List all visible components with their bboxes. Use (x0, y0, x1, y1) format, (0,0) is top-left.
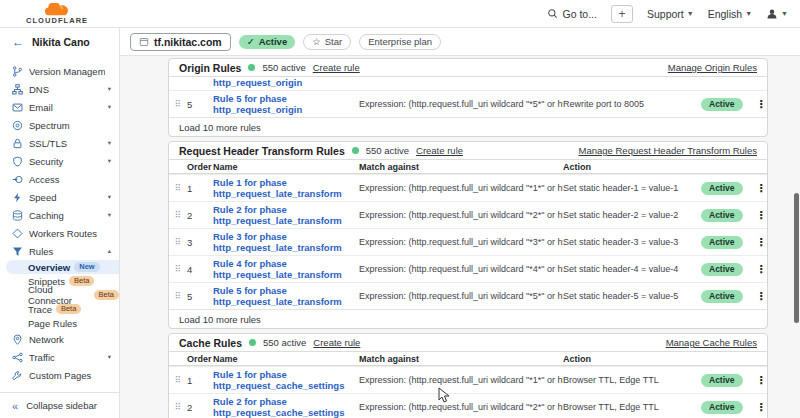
kebab-menu-icon[interactable]: ⋮ (753, 236, 768, 249)
green-status-dot (249, 339, 256, 346)
rht-header: Request Header Transform Rules 550 activ… (169, 142, 767, 160)
sidebar-item-rules[interactable]: Rules ▴ (0, 242, 119, 260)
plan-badge: Enterprise plan (359, 34, 441, 50)
kebab-menu-icon[interactable]: ⋮ (753, 401, 768, 414)
table-row: ⠿ 3 Rule 3 for phase http_request_late_t… (169, 228, 767, 255)
rule-action: Rewrite port to 8005 (563, 99, 701, 109)
rule-name-link[interactable]: Rule 5 for phase http_request_origin (213, 93, 359, 115)
spectrum-icon (12, 120, 23, 131)
cloudflare-logo-text: CLOUDFLARE (26, 17, 88, 25)
rule-expression: Expression: (http.request.full_uri wildc… (359, 264, 563, 274)
sidebar-item-caching[interactable]: Caching ▾ (0, 206, 119, 224)
rule-action: Set static header-4 = value-4 (563, 264, 701, 274)
rule-name-link[interactable]: Rule 5 for phase http_request_late_trans… (213, 285, 359, 307)
status-badge: Active (701, 263, 743, 276)
collapse-icon: « (12, 400, 18, 412)
support-menu[interactable]: Support ▼ (647, 8, 694, 20)
account-name: Nikita Cano (32, 36, 90, 48)
drag-handle-icon[interactable]: ⠿ (169, 375, 187, 385)
add-site-button[interactable]: + (611, 5, 633, 23)
rule-name-link[interactable]: Rule 2 for phase http_request_late_trans… (213, 204, 359, 226)
rule-action: Set static header-3 = value-3 (563, 237, 701, 247)
access-icon (12, 174, 23, 185)
table-row: ⠿ 4 Rule 4 for phase http_request_late_t… (169, 255, 767, 282)
status-badge: Active (701, 236, 743, 249)
sidebar-item-custom-pages[interactable]: Custom Pages (0, 366, 119, 384)
sidebar-item-network[interactable]: Network (0, 330, 119, 348)
origin-rules-header: Origin Rules 550 active Create rule Mana… (169, 59, 767, 77)
lock-icon (12, 138, 23, 149)
collapse-sidebar-button[interactable]: « Collapse sidebar (0, 392, 119, 418)
account-header: ← Nikita Cano (0, 28, 120, 56)
kebab-menu-icon[interactable]: ⋮ (753, 98, 768, 111)
kebab-menu-icon[interactable]: ⋮ (753, 374, 768, 387)
rule-action: Browser TTL, Edge TTL (563, 375, 701, 385)
database-icon (12, 210, 23, 221)
manage-rht-rules-link[interactable]: Manage Request Header Transform Rules (579, 145, 757, 156)
beta-badge: Beta (56, 304, 81, 314)
goto-search[interactable]: Go to... (547, 8, 597, 20)
sidebar-item-traffic[interactable]: Traffic ▾ (0, 348, 119, 366)
active-count: 550 active (263, 337, 306, 348)
active-count: 550 active (366, 145, 409, 156)
drag-handle-icon[interactable]: ⠿ (169, 264, 187, 274)
sidebar-item-speed[interactable]: Speed ▾ (0, 188, 119, 206)
sidebar-item-spectrum[interactable]: Spectrum (0, 116, 119, 134)
drag-handle-icon[interactable]: ⠿ (169, 237, 187, 247)
language-menu[interactable]: English ▼ (708, 8, 752, 20)
main-content: Origin Rules 550 active Create rule Mana… (120, 56, 800, 418)
rule-action: Set static header-1 = value-1 (563, 183, 701, 193)
kebab-menu-icon[interactable]: ⋮ (753, 182, 768, 195)
star-button[interactable]: ☆ Star (303, 34, 351, 50)
rule-name-link[interactable]: Rule 2 for phase http_request_cache_sett… (213, 396, 359, 418)
cloudflare-logo[interactable]: CLOUDFLARE (26, 3, 88, 25)
create-rule-link[interactable]: Create rule (313, 62, 360, 73)
sidebar-item-rules-cloud-connector[interactable]: Cloud Connector Beta (0, 288, 119, 302)
drag-handle-icon[interactable]: ⠿ (169, 99, 187, 109)
sidebar-item-security[interactable]: Security ▾ (0, 152, 119, 170)
create-rule-link[interactable]: Create rule (313, 337, 360, 348)
create-rule-link[interactable]: Create rule (416, 145, 463, 156)
shield-icon (12, 156, 23, 167)
rule-name-link[interactable]: Rule 1 for phase http_request_late_trans… (213, 177, 359, 199)
table-row: ⠿ 1 Rule 1 for phase http_request_late_t… (169, 174, 767, 201)
sidebar-item-rules-overview[interactable]: Overview New (6, 260, 119, 274)
cache-rules-header: Cache Rules 550 active Create rule Manag… (169, 334, 767, 352)
sidebar-item-access[interactable]: Access (0, 170, 119, 188)
zone-header-bar: ← Nikita Cano tf.nikitac.com ✓ Active ☆ … (0, 28, 800, 56)
sidebar-item-dns[interactable]: DNS ▾ (0, 80, 119, 98)
drag-handle-icon[interactable]: ⠿ (169, 402, 187, 412)
rule-name-link[interactable]: Rule 4 for phase http_request_late_trans… (213, 258, 359, 280)
vertical-scrollbar[interactable] (794, 193, 799, 323)
diamond-icon (12, 228, 23, 239)
load-more-link[interactable]: Load 10 more rules (169, 117, 767, 136)
sidebar-item-ssl-tls[interactable]: SSL/TLS ▾ (0, 134, 119, 152)
manage-origin-rules-link[interactable]: Manage Origin Rules (668, 62, 757, 73)
rule-name-link[interactable]: Rule 3 for phase http_request_late_trans… (213, 231, 359, 253)
drag-handle-icon[interactable]: ⠿ (169, 210, 187, 220)
back-arrow-icon[interactable]: ← (12, 35, 24, 49)
drag-handle-icon[interactable]: ⠿ (169, 291, 187, 301)
manage-cache-rules-link[interactable]: Manage Cache Rules (666, 337, 757, 348)
kebab-menu-icon[interactable]: ⋮ (753, 290, 768, 303)
request-header-transform-rules-card: Request Header Transform Rules 550 activ… (168, 141, 768, 329)
sidebar-item-email[interactable]: Email ▾ (0, 98, 119, 116)
account-menu[interactable]: ▼ (766, 8, 788, 20)
zone-bar: tf.nikitac.com ✓ Active ☆ Star Enterpris… (120, 28, 800, 56)
sidebar-item-rules-page-rules[interactable]: Page Rules (0, 316, 119, 330)
rule-name-link[interactable]: Rule 1 for phase http_request_cache_sett… (213, 369, 359, 391)
active-count: 550 active (262, 62, 305, 73)
table-row: ⠿ 5 Rule 5 for phase http_request_origin… (169, 90, 767, 117)
domain-selector[interactable]: tf.nikitac.com (130, 33, 231, 51)
sidebar-item-rules-trace[interactable]: Trace Beta (0, 302, 119, 316)
sidebar-item-workers-routes[interactable]: Workers Routes (0, 224, 119, 242)
load-more-link[interactable]: Load 10 more rules (169, 309, 767, 328)
drag-handle-icon[interactable]: ⠿ (169, 183, 187, 193)
kebab-menu-icon[interactable]: ⋮ (753, 263, 768, 276)
status-badge: Active (701, 374, 743, 387)
sidebar-item-version-management[interactable]: Version Management (0, 62, 119, 80)
kebab-menu-icon[interactable]: ⋮ (753, 209, 768, 222)
rule-expression: Expression: (http.request.full_uri wildc… (359, 402, 563, 412)
table-row: ⠿ 2 Rule 2 for phase http_request_cache_… (169, 393, 767, 418)
check-icon: ✓ (247, 36, 255, 47)
